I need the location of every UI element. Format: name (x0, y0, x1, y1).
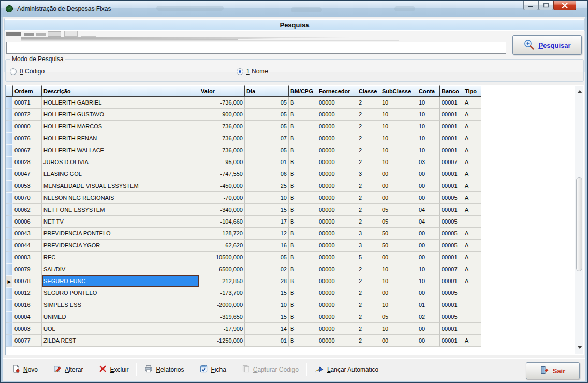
cell-banco[interactable]: 00001 (440, 323, 463, 335)
cell-dia[interactable]: 10 (245, 299, 289, 311)
cell-classe[interactable]: 2 (357, 144, 380, 156)
cell-ordem[interactable]: 00006 (13, 216, 42, 228)
cell-tipo[interactable] (463, 287, 481, 299)
cell-descri-o[interactable]: PREVIDENCIA YGOR (42, 240, 199, 252)
cell-classe[interactable]: 2 (357, 97, 380, 109)
cell-conta[interactable]: 10 (417, 121, 440, 132)
cell-subclasse[interactable]: 10 (380, 156, 417, 168)
cell-banco[interactable]: 00001 (440, 121, 463, 132)
column-header-ordem[interactable]: Ordem (13, 85, 42, 97)
cell-bm-cpg[interactable]: B (289, 287, 317, 299)
cell-fornecedor[interactable]: 00000 (317, 97, 357, 109)
cell-conta[interactable]: 00 (417, 192, 440, 204)
cell-descri-o[interactable]: SEGURO PONTELO (42, 287, 199, 299)
cell-conta[interactable]: 02 (417, 311, 440, 323)
cell-descri-o[interactable]: HOLLERITH GABRIEL (42, 97, 199, 109)
cell-ordem[interactable]: 00062 (13, 204, 42, 216)
cell-fornecedor[interactable]: 00000 (317, 204, 357, 216)
cell-fornecedor[interactable]: 00000 (317, 109, 357, 121)
cell-dia[interactable]: 05 (245, 121, 289, 132)
cell-fornecedor[interactable]: 00000 (317, 144, 357, 156)
cell-tipo[interactable]: A (463, 121, 481, 132)
row-indicator[interactable] (6, 121, 13, 132)
cell-ordem[interactable]: 00047 (13, 168, 42, 180)
cell-bm-cpg[interactable]: B (289, 132, 317, 144)
cell-descri-o[interactable]: SEGURO FUNC (42, 275, 199, 287)
cell-fornecedor[interactable]: 00000 (317, 132, 357, 144)
column-header-conta[interactable]: Conta (417, 85, 440, 97)
column-header-fornecedor[interactable]: Fornecedor (317, 85, 357, 97)
cell-banco[interactable]: 00001 (440, 204, 463, 216)
cell-conta[interactable]: 00 (417, 252, 440, 263)
cell-classe[interactable]: 2 (357, 109, 380, 121)
cell-dia[interactable]: 05 (245, 109, 289, 121)
cell-classe[interactable]: 3 (357, 228, 380, 240)
cell-descri-o[interactable]: NET TV (42, 216, 199, 228)
cell-descri-o[interactable]: REC (42, 252, 199, 263)
cell-subclasse[interactable]: 05 (380, 216, 417, 228)
table-row[interactable]: 00012SEGURO PONTELO-173,70015B0000020000… (6, 287, 584, 299)
cell-conta[interactable]: 10 (417, 109, 440, 121)
cell-banco[interactable]: 00001 (440, 132, 463, 144)
cell-descri-o[interactable]: NELSON NEG REGIONAIS (42, 192, 199, 204)
column-header-dia[interactable]: Dia (245, 85, 289, 97)
cell-banco[interactable]: 00001 (440, 252, 463, 263)
cell-fornecedor[interactable]: 00000 (317, 240, 357, 252)
cell-bm-cpg[interactable]: B (289, 216, 317, 228)
table-row[interactable]: ▶00078SEGURO FUNC-212,85028B000002101000… (6, 275, 584, 287)
scroll-down-icon[interactable] (577, 346, 582, 349)
cell-valor[interactable]: -70,000 (199, 192, 245, 204)
cell-conta[interactable]: 10 (417, 132, 440, 144)
cell-banco[interactable]: 00007 (440, 156, 463, 168)
cell-dia[interactable]: 02 (245, 263, 289, 275)
column-header-subclasse[interactable]: SubClasse (380, 85, 417, 97)
cell-ordem[interactable]: 00083 (13, 252, 42, 263)
cell-classe[interactable]: 3 (357, 168, 380, 180)
cell-bm-cpg[interactable]: B (289, 144, 317, 156)
cell-tipo[interactable]: A (463, 252, 481, 263)
cell-ordem[interactable]: 00053 (13, 180, 42, 192)
cell-ordem[interactable]: 00078 (13, 275, 42, 287)
cell-dia[interactable]: 10 (245, 192, 289, 204)
row-indicator[interactable] (6, 180, 13, 192)
cell-banco[interactable]: 00001 (440, 180, 463, 192)
cell-bm-cpg[interactable]: B (289, 323, 317, 335)
row-indicator[interactable] (6, 252, 13, 263)
cell-subclasse[interactable]: 05 (380, 204, 417, 216)
cell-dia[interactable]: 15 (245, 204, 289, 216)
title-bar[interactable]: Administração de Despesas Fixas (1, 1, 587, 17)
cell-conta[interactable]: 00 (417, 168, 440, 180)
row-indicator[interactable] (6, 228, 13, 240)
row-indicator[interactable] (6, 97, 13, 109)
cell-dia[interactable]: 16 (245, 240, 289, 252)
cell-conta[interactable]: 00 (417, 323, 440, 335)
radio-mode-nome[interactable]: 1 Nome (237, 68, 268, 75)
cell-conta[interactable]: 00 (417, 335, 440, 347)
cell-fornecedor[interactable]: 00000 (317, 263, 357, 275)
cell-subclasse[interactable]: 10 (380, 109, 417, 121)
cell-subclasse[interactable]: 10 (380, 299, 417, 311)
exit-button[interactable]: Sair (526, 362, 580, 379)
cell-ordem[interactable]: 00003 (13, 323, 42, 335)
cell-dia[interactable]: 12 (245, 228, 289, 240)
cell-banco[interactable]: 00005 (440, 228, 463, 240)
cell-subclasse[interactable]: 00 (380, 252, 417, 263)
table-row[interactable]: 00067HOLLERITH WALLACE-736,00005B0000021… (6, 144, 584, 156)
column-header-banco[interactable]: Banco (440, 85, 463, 97)
row-indicator[interactable] (6, 263, 13, 275)
cell-bm-cpg[interactable]: B (289, 109, 317, 121)
cell-dia[interactable]: 28 (245, 275, 289, 287)
cell-descri-o[interactable]: ZILDA REST (42, 335, 199, 347)
cell-dia[interactable]: 01 (245, 156, 289, 168)
cell-fornecedor[interactable]: 00000 (317, 168, 357, 180)
cell-dia[interactable]: 14 (245, 323, 289, 335)
cell-dia[interactable]: 07 (245, 132, 289, 144)
cell-descri-o[interactable]: UNIMED (42, 311, 199, 323)
row-indicator[interactable] (6, 144, 13, 156)
cell-conta[interactable]: 04 (417, 204, 440, 216)
cell-conta[interactable]: 10 (417, 263, 440, 275)
cell-ordem[interactable]: 00043 (13, 228, 42, 240)
cell-dia[interactable]: 05 (245, 97, 289, 109)
cell-bm-cpg[interactable]: B (289, 192, 317, 204)
excluir-button[interactable]: Excluir (95, 363, 133, 376)
